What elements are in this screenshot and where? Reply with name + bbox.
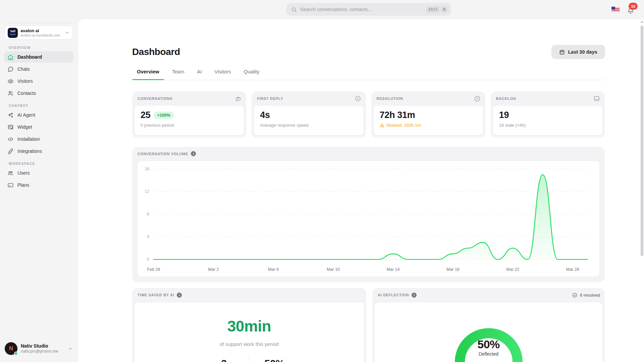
info-icon[interactable]: i bbox=[191, 151, 196, 156]
svg-text:Feb 26: Feb 26 bbox=[147, 267, 160, 272]
credit-card-icon bbox=[7, 182, 14, 188]
time-saved-card: TIME SAVED BY AI i 30min of support work… bbox=[132, 288, 366, 362]
sidebar-item-chats[interactable]: Chats bbox=[4, 63, 73, 75]
tab-quality[interactable]: Quality bbox=[239, 69, 264, 80]
scrollbar-up-arrow[interactable] bbox=[641, 21, 643, 23]
stat-label: RESOLUTION bbox=[377, 97, 403, 101]
search-icon bbox=[291, 7, 297, 12]
stat-value: 25 bbox=[141, 110, 150, 120]
scrollbar-thumb[interactable] bbox=[641, 25, 643, 256]
time-saved-subtext: of support work this period bbox=[220, 341, 279, 347]
contacts-icon bbox=[7, 90, 14, 97]
chevron-down-icon bbox=[65, 30, 70, 35]
deflection-caption: Deflected bbox=[450, 351, 527, 357]
sidebar-item-dashboard[interactable]: Dashboard bbox=[4, 51, 73, 63]
stat-value: 4s bbox=[260, 110, 270, 120]
tab-visitors[interactable]: Visitors bbox=[210, 69, 236, 80]
time-saved-value: 30min bbox=[227, 317, 271, 335]
user-email: nativ.pro@proton.me bbox=[21, 349, 68, 354]
sidebar-item-plans[interactable]: Plans bbox=[4, 179, 73, 191]
date-range-button[interactable]: Last 30 days bbox=[551, 45, 605, 59]
stat-subtext: Average response speed bbox=[260, 123, 357, 128]
chat-bubble-icon bbox=[7, 66, 14, 72]
metric-value: 3 bbox=[199, 358, 249, 362]
account-menu[interactable]: N Nativ Studio nativ.pro@proton.me bbox=[5, 339, 73, 358]
shortcut-ctrl-key: Ctrl bbox=[427, 6, 440, 13]
stat-card-resolution: RESOLUTION 72h 31m Slowest: 192h 1m bbox=[371, 92, 485, 138]
svg-text:Mar 22: Mar 22 bbox=[506, 267, 519, 272]
svg-text:12: 12 bbox=[145, 189, 150, 194]
sidebar-item-installation[interactable]: Installation bbox=[4, 133, 73, 145]
conversation-volume-chart: 0481216Feb 26Mar 2Mar 6Mar 10Mar 14Mar 1… bbox=[137, 161, 600, 277]
workspace-domain: avalon-ai.mysellauth.com bbox=[20, 33, 65, 37]
ai-bubble-icon: AI bbox=[572, 292, 578, 298]
time-saved-title: TIME SAVED BY AI bbox=[138, 293, 174, 297]
stat-subtext: 18 stale (>4h) bbox=[499, 123, 596, 128]
stat-subtext: 0 previous period bbox=[141, 123, 238, 128]
stat-label: BACKLOG bbox=[496, 97, 517, 101]
sidebar-item-widget[interactable]: Widget bbox=[4, 121, 73, 133]
users-icon bbox=[7, 170, 14, 176]
sidebar-item-integrations[interactable]: Integrations bbox=[4, 145, 73, 157]
stat-value: 19 bbox=[499, 110, 509, 120]
stat-card-conversations: CONVERSATIONS 25 +100% 0 previous period bbox=[132, 92, 246, 138]
svg-text:Mar 18: Mar 18 bbox=[446, 267, 460, 272]
flag-canton bbox=[611, 7, 615, 9]
deflection-title: AI DEFLECTION bbox=[378, 293, 409, 297]
message-icon bbox=[235, 95, 241, 102]
main-panel: Dashboard Last 30 days Overview Team AI … bbox=[78, 19, 644, 362]
svg-text:Mar 10: Mar 10 bbox=[327, 267, 340, 272]
sidebar-item-contacts[interactable]: Contacts bbox=[4, 87, 73, 99]
svg-text:Mar 2: Mar 2 bbox=[208, 267, 219, 272]
section-label-workspace: WORKSPACE bbox=[9, 162, 35, 166]
resolved-chip: AI 6 resolved bbox=[572, 292, 600, 298]
notification-count-badge: 33 bbox=[629, 3, 638, 10]
eye-icon bbox=[7, 78, 14, 84]
section-label-overview: OVERVIEW bbox=[9, 46, 31, 50]
line-chart-svg: 0481216Feb 26Mar 2Mar 6Mar 10Mar 14Mar 1… bbox=[138, 161, 599, 277]
sidebar-divider bbox=[5, 23, 72, 23]
badge-check-icon bbox=[474, 95, 481, 102]
stat-subtext-warning: Slowest: 192h 1m bbox=[380, 123, 477, 128]
svg-text:Mar 26: Mar 26 bbox=[566, 267, 579, 272]
dashboard-tabs: Overview Team AI Visitors Quality bbox=[132, 69, 605, 80]
resolved-count: 6 resolved bbox=[580, 293, 600, 298]
section-label-chatbot: CHATBOT bbox=[9, 104, 28, 108]
search-input[interactable]: Search conversations, contacts... Ctrl K bbox=[286, 3, 451, 16]
app-window: Search conversations, contacts... Ctrl K… bbox=[0, 0, 644, 362]
deflection-percent: 50% bbox=[450, 338, 527, 351]
sidebar-item-visitors[interactable]: Visitors bbox=[4, 75, 73, 87]
svg-text:8: 8 bbox=[147, 212, 149, 217]
svg-text:Mar 6: Mar 6 bbox=[268, 267, 279, 272]
warning-triangle-icon bbox=[380, 123, 384, 128]
info-icon[interactable]: i bbox=[177, 293, 182, 298]
sparkles-icon bbox=[7, 112, 14, 118]
clock-check-icon bbox=[355, 95, 361, 102]
language-flag-us[interactable] bbox=[611, 7, 620, 12]
calendar-icon bbox=[559, 49, 565, 55]
bottom-row: TIME SAVED BY AI i 30min of support work… bbox=[132, 288, 605, 362]
search-placeholder: Search conversations, contacts... bbox=[300, 7, 425, 12]
user-avatar: N bbox=[5, 342, 17, 355]
stat-label: FIRST REPLY bbox=[257, 97, 283, 101]
shortcut-k-key: K bbox=[441, 6, 447, 13]
home-icon bbox=[7, 54, 14, 60]
stat-label: CONVERSATIONS bbox=[138, 97, 172, 101]
topbar: Search conversations, contacts... Ctrl K… bbox=[0, 0, 644, 19]
trend-badge: +100% bbox=[154, 112, 173, 119]
metric-value: 50% bbox=[250, 358, 300, 362]
notifications-button[interactable]: 33 bbox=[627, 5, 638, 15]
sidebar-item-ai-agent[interactable]: AI Agent bbox=[4, 109, 73, 121]
stat-value: 72h 31m bbox=[380, 110, 415, 120]
stat-card-first-reply: FIRST REPLY 4s Average response speed bbox=[252, 92, 366, 138]
workspace-avatar: Sell Auth bbox=[8, 28, 18, 38]
tab-team[interactable]: Team bbox=[167, 69, 189, 80]
tab-ai[interactable]: AI bbox=[192, 69, 206, 80]
workspace-selector[interactable]: Sell Auth avalon ai avalon-ai.mysellauth… bbox=[5, 26, 73, 40]
ai-deflection-card: AI DEFLECTION i AI 6 resolved 50% bbox=[372, 288, 605, 362]
workspace-name: avalon ai bbox=[20, 28, 65, 33]
info-icon[interactable]: i bbox=[412, 293, 417, 298]
tab-overview[interactable]: Overview bbox=[132, 69, 164, 80]
svg-text:Mar 14: Mar 14 bbox=[386, 267, 399, 272]
sidebar-item-users[interactable]: Users bbox=[4, 167, 73, 179]
